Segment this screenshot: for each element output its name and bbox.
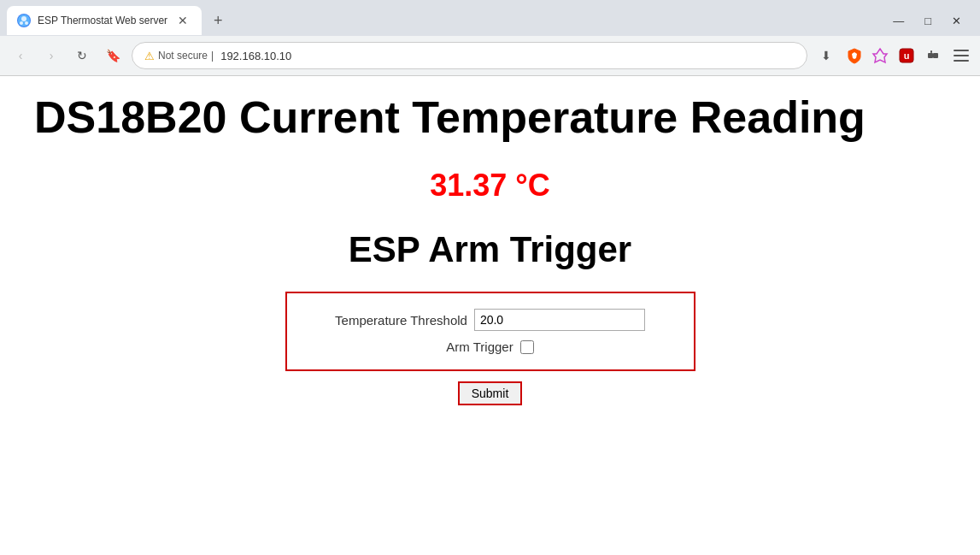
section-heading: ESP Arm Trigger [34, 229, 946, 270]
arm-trigger-label: Arm Trigger [446, 339, 513, 354]
svg-point-2 [20, 21, 23, 25]
svg-rect-12 [954, 55, 969, 56]
svg-rect-9 [930, 50, 932, 53]
arm-trigger-checkbox[interactable] [520, 340, 534, 354]
threshold-input[interactable] [474, 309, 645, 331]
svg-rect-11 [954, 50, 969, 51]
extension-icons: u [896, 45, 971, 66]
minimize-button[interactable]: — [888, 13, 909, 29]
page-content: DS18B20 Current Temperature Reading 31.3… [0, 76, 980, 555]
dropdown-icon: ⬇ [821, 49, 831, 62]
threshold-row: Temperature Threshold [308, 309, 673, 331]
forward-button[interactable]: › [39, 44, 63, 68]
tab-favicon [17, 14, 31, 27]
close-button[interactable]: ✕ [947, 13, 966, 29]
window-controls: — □ ✕ [888, 13, 973, 29]
svg-point-1 [21, 16, 26, 21]
address-bar-row: ‹ › ↻ 🔖 ⚠ Not secure | 192.168.10.10 ⬇ [0, 36, 980, 75]
address-separator: | [211, 50, 214, 62]
extensions-icon[interactable] [924, 45, 944, 66]
svg-text:u: u [904, 50, 910, 61]
tab-title: ESP Thermostat Web server [38, 15, 167, 27]
temperature-display: 31.37 °C [34, 168, 946, 204]
warning-triangle-icon: ⚠ [144, 50, 155, 62]
svg-rect-8 [933, 53, 938, 58]
reload-button[interactable]: ↻ [70, 44, 94, 68]
forward-icon: › [50, 49, 54, 62]
reload-icon: ↻ [77, 49, 87, 62]
main-heading: DS18B20 Current Temperature Reading [34, 93, 946, 142]
svg-rect-13 [954, 60, 969, 62]
browser-icons: u [845, 45, 971, 66]
form-container: Temperature Threshold Arm Trigger Submit [34, 292, 946, 405]
bookmark-icon: 🔖 [106, 49, 120, 62]
tab-bar: ESP Thermostat Web server ✕ + — □ ✕ [0, 0, 980, 36]
threshold-label: Temperature Threshold [335, 313, 467, 328]
security-warning: ⚠ Not secure | [144, 50, 214, 62]
new-tab-button[interactable]: + [208, 10, 228, 32]
address-url: 192.168.10.10 [220, 50, 291, 62]
back-icon: ‹ [19, 49, 23, 62]
bookmark-button[interactable]: 🔖 [101, 44, 125, 68]
tab-close-button[interactable]: ✕ [174, 12, 191, 29]
address-bar[interactable]: ⚠ Not secure | 192.168.10.10 [132, 42, 807, 69]
svg-rect-10 [936, 56, 938, 57]
back-button[interactable]: ‹ [9, 44, 32, 68]
svg-marker-4 [873, 49, 887, 62]
svg-rect-7 [928, 53, 933, 58]
brave-shield-icon[interactable] [845, 46, 864, 65]
form-box: Temperature Threshold Arm Trigger [285, 292, 695, 371]
thermostat-form[interactable]: Temperature Threshold Arm Trigger Submit [285, 292, 695, 405]
not-secure-label: Not secure [158, 50, 208, 62]
address-dropdown-button[interactable]: ⬇ [814, 44, 838, 68]
submit-button[interactable]: Submit [458, 381, 523, 405]
browser-chrome: ESP Thermostat Web server ✕ + — □ ✕ ‹ › … [0, 0, 980, 76]
ublock-icon[interactable]: u [896, 45, 917, 66]
aurora-icon[interactable] [871, 46, 889, 65]
svg-point-3 [25, 21, 28, 25]
arm-trigger-row: Arm Trigger [308, 339, 673, 354]
active-tab[interactable]: ESP Thermostat Web server ✕ [7, 6, 202, 35]
menu-icon[interactable] [951, 45, 971, 66]
maximize-button[interactable]: □ [919, 13, 936, 29]
